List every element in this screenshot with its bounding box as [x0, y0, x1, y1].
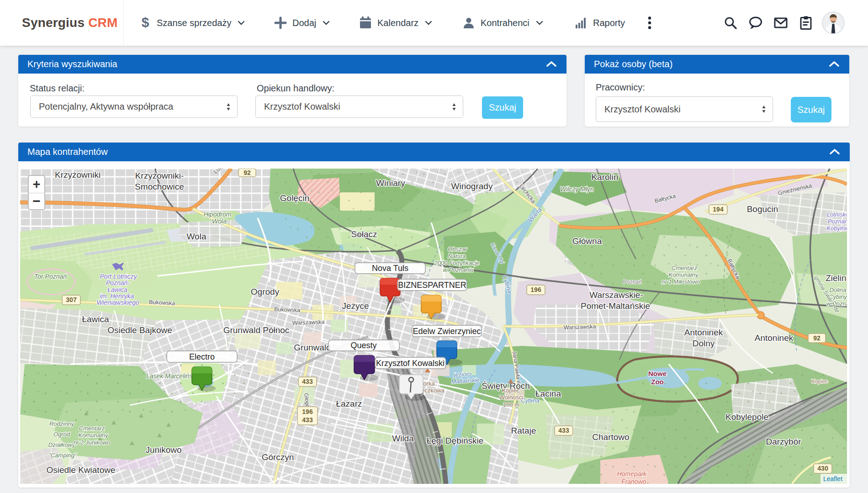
svg-text:Kopiec: Kopiec	[502, 387, 520, 394]
svg-text:92: 92	[243, 169, 251, 176]
svg-text:Cmentarz: Cmentarz	[672, 265, 698, 271]
svg-text:Łęgi Dębińskie: Łęgi Dębińskie	[427, 436, 484, 445]
svg-text:Osiedle Kwiatowe: Osiedle Kwiatowe	[46, 465, 115, 475]
svg-text:Komunalny: Komunalny	[668, 271, 699, 278]
svg-text:Kopiec: Kopiec	[811, 378, 828, 385]
svg-text:Warszawskie-: Warszawskie-	[589, 290, 643, 300]
svg-text:Bogucin: Bogucin	[747, 204, 778, 214]
svg-text:Golęcin: Golęcin	[280, 193, 309, 203]
svg-text:Lotnisko: Lotnisko	[827, 211, 847, 218]
svg-text:Kobylepole: Kobylepole	[725, 412, 768, 422]
svg-text:nr 2 Junikowo: nr 2 Junikowo	[74, 439, 110, 446]
svg-text:Wolności: Wolności	[499, 394, 524, 401]
svg-text:Rodzinny: Rodzinny	[49, 420, 75, 427]
svg-text:Ławica: Ławica	[82, 314, 109, 324]
svg-text:Chartowo: Chartowo	[592, 432, 629, 442]
svg-text:Nova Tuls: Nova Tuls	[372, 264, 408, 273]
svg-text:Homepark: Homepark	[617, 470, 647, 477]
svg-text:194: 194	[713, 206, 724, 213]
svg-text:Winogrady: Winogrady	[451, 181, 493, 191]
svg-text:Działkowy: Działkowy	[48, 441, 76, 448]
svg-text:Junikowo: Junikowo	[145, 445, 181, 455]
svg-text:Bukowska: Bukowska	[274, 306, 300, 313]
svg-text:Warszawska: Warszawska	[564, 323, 596, 331]
svg-text:·Franowo: ·Franowo	[619, 478, 646, 484]
svg-text:w Poznaniu: w Poznaniu	[443, 266, 473, 273]
svg-text:Natura: Natura	[448, 253, 466, 260]
svg-text:Główna: Główna	[572, 236, 602, 246]
svg-text:Jeżyce: Jeżyce	[342, 301, 369, 311]
svg-text:307: 307	[66, 296, 77, 303]
svg-text:Wieniawskiego: Wieniawskiego	[96, 299, 139, 306]
svg-text:Krzysztof Kowalski: Krzysztof Kowalski	[376, 359, 445, 368]
svg-text:Komunalny: Komunalny	[78, 432, 109, 439]
svg-text:433: 433	[302, 378, 313, 385]
svg-text:Grunwald Północ: Grunwald Północ	[223, 325, 290, 335]
svg-text:Dolny: Dolny	[693, 339, 715, 348]
svg-text:Poznań: Poznań	[623, 279, 642, 285]
svg-text:Zoo: Zoo	[651, 378, 664, 386]
svg-text:Ogrody: Ogrody	[251, 287, 280, 297]
svg-text:92: 92	[813, 334, 820, 342]
svg-text:Warszawska: Warszawska	[292, 319, 325, 326]
svg-text:Dolina: Dolina	[830, 286, 847, 293]
svg-text:Leaflet: Leaflet	[823, 475, 842, 482]
svg-text:Grunwald: Grunwald	[294, 343, 331, 352]
svg-text:nr 1 Miłostowo: nr 1 Miłostowo	[662, 278, 700, 285]
svg-text:Poznań: Poznań	[828, 218, 847, 225]
svg-text:430: 430	[817, 465, 828, 472]
svg-text:BIZNESPARTNER: BIZNESPARTNER	[398, 281, 466, 290]
svg-text:Antoninek: Antoninek	[684, 328, 723, 337]
svg-text:Górczyn: Górczyn	[262, 452, 294, 462]
svg-text:Questy: Questy	[350, 341, 376, 350]
svg-text:Nowe: Nowe	[648, 370, 667, 377]
svg-text:Poznań-: Poznań-	[106, 279, 130, 286]
svg-text:Lasek Marceliński: Lasek Marceliński	[146, 372, 197, 380]
svg-text:196: 196	[530, 286, 541, 293]
svg-text:Hipodrom: Hipodrom	[204, 211, 232, 218]
svg-text:Smochowice: Smochowice	[135, 182, 184, 191]
svg-text:Tor Poznań: Tor Poznań	[34, 273, 67, 280]
svg-text:$: $	[142, 16, 149, 30]
svg-text:Kobylnic: Kobylnic	[826, 225, 847, 232]
svg-text:Bukowska: Bukowska	[149, 299, 175, 307]
svg-text:Edelw Zwierzyniec: Edelw Zwierzyniec	[413, 327, 481, 336]
svg-text:Obszar: Obszar	[448, 246, 467, 253]
svg-text:433: 433	[302, 416, 313, 424]
svg-text:Winiary: Winiary	[376, 178, 405, 188]
svg-text:Sołacz: Sołacz	[351, 229, 377, 239]
svg-text:Darzybór: Darzybór	[766, 437, 801, 446]
svg-text:Zieliniec: Zieliniec	[826, 273, 847, 283]
svg-text:433: 433	[558, 427, 569, 434]
svg-text:Krzyżowniki-: Krzyżowniki-	[135, 171, 184, 180]
svg-text:Antoninek: Antoninek	[755, 333, 794, 343]
svg-text:Cybina: Cybina	[521, 397, 539, 404]
svg-text:Rataje: Rataje	[511, 426, 536, 435]
svg-text:Krzyżowniki: Krzyżowniki	[55, 170, 101, 180]
svg-text:Wola: Wola	[212, 217, 227, 225]
svg-text:"Camping": "Camping"	[48, 452, 77, 459]
svg-text:Ogród: Ogród	[53, 431, 70, 438]
svg-text:100 m: 100 m	[503, 401, 519, 408]
svg-text:Wilczy Młyn: Wilczy Młyn	[560, 186, 594, 193]
svg-text:Karolin: Karolin	[591, 172, 618, 182]
svg-text:Osiedle Bajkowe: Osiedle Bajkowe	[107, 325, 172, 335]
svg-text:Cmentarz: Cmentarz	[79, 425, 105, 432]
svg-text:Electro: Electro	[189, 352, 215, 361]
svg-text:196: 196	[302, 408, 313, 415]
svg-text:Wola: Wola	[187, 232, 206, 241]
svg-text:2000 Fortyfikacje: 2000 Fortyfikacje	[434, 260, 480, 266]
svg-text:Pomet-Maltańskie: Pomet-Maltańskie	[581, 301, 650, 311]
svg-text:Łazarz: Łazarz	[336, 399, 362, 408]
svg-text:Wilda: Wilda	[392, 434, 414, 443]
